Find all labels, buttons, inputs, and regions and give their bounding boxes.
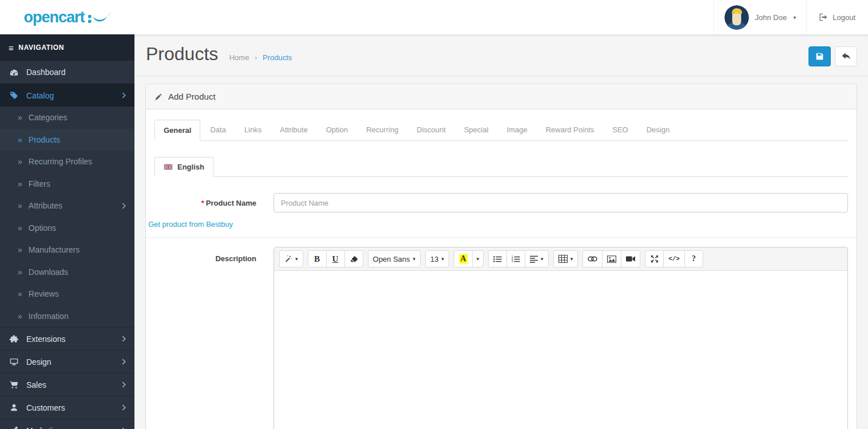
clear-format-button[interactable] <box>344 250 363 267</box>
format-group: B U <box>308 250 363 267</box>
sidebar-item-label: Catalog <box>26 91 54 100</box>
get-product-bestbuy-link[interactable]: Get product from Bestbuy <box>148 220 233 229</box>
link-icon <box>588 256 597 262</box>
tab-links[interactable]: Links <box>236 120 270 141</box>
tab-design[interactable]: Design <box>638 120 678 141</box>
breadcrumb-products[interactable]: Products <box>263 53 292 62</box>
sidebar-item-design[interactable]: Design <box>0 350 134 373</box>
sidebar-subitem-reviews[interactable]: » Reviews <box>0 283 134 305</box>
tab-recurring[interactable]: Recurring <box>358 120 407 141</box>
magic-style-button[interactable]: ▾ <box>279 250 303 267</box>
share-icon <box>9 426 19 429</box>
product-name-row: *Product Name <box>154 193 848 212</box>
sidebar-item-marketing[interactable]: Marketing <box>0 419 134 429</box>
top-header: opencart John Doe <box>0 0 868 34</box>
breadcrumb-home[interactable]: Home <box>229 53 249 62</box>
panel-heading: Add Product <box>146 84 857 109</box>
ordered-list-button[interactable]: 123 <box>506 250 525 267</box>
shopping-cart-icon <box>9 380 19 389</box>
chevron-right-icon <box>122 92 126 99</box>
undo-button[interactable] <box>835 46 857 66</box>
product-name-input[interactable] <box>274 193 848 212</box>
sidebar-item-sales[interactable]: Sales <box>0 373 134 396</box>
double-angle-icon: » <box>18 267 22 277</box>
page-title: Products <box>146 44 218 64</box>
sidebar-subitem-downloads[interactable]: » Downloads <box>0 261 134 284</box>
editor-content-area[interactable] <box>274 271 847 429</box>
caret-down-icon: ▾ <box>442 256 445 262</box>
table-dropdown[interactable]: ▾ <box>553 250 578 267</box>
tab-general[interactable]: General <box>154 120 200 141</box>
puzzle-icon <box>9 334 19 344</box>
required-marker: * <box>201 199 204 207</box>
sidebar-subitem-manufacturers[interactable]: » Manufacturers <box>0 239 134 261</box>
insert-video-button[interactable] <box>621 250 640 267</box>
product-name-label: *Product Name <box>154 193 274 212</box>
double-angle-icon: » <box>18 113 22 122</box>
double-angle-icon: » <box>18 289 22 298</box>
unordered-list-button[interactable] <box>488 250 507 267</box>
sidebar: ≡ NAVIGATION Dashboard Catalog <box>0 34 134 429</box>
tab-discount[interactable]: Discount <box>408 120 454 141</box>
underline-button[interactable]: U <box>326 250 345 267</box>
tab-english[interactable]: English <box>154 157 213 177</box>
caret-down-icon: ▾ <box>793 14 796 21</box>
rich-text-editor: ▾ B U <box>274 247 848 429</box>
sidebar-subitem-attributes[interactable]: » Attributes <box>0 195 134 217</box>
double-angle-icon: » <box>18 201 22 210</box>
sidebar-item-dashboard[interactable]: Dashboard <box>0 61 134 84</box>
tab-seo[interactable]: SEO <box>604 120 636 141</box>
double-angle-icon: » <box>18 157 22 166</box>
tab-attribute[interactable]: Attribute <box>271 120 316 141</box>
bullet-list-icon <box>493 255 502 263</box>
page-header: Products Home › Products <box>134 34 868 76</box>
tab-option[interactable]: Option <box>318 120 356 141</box>
opencart-logo[interactable]: opencart <box>0 0 134 34</box>
save-button[interactable] <box>808 46 831 66</box>
logo-text: opencart <box>23 9 84 26</box>
caret-down-icon: ▾ <box>541 256 544 262</box>
font-size-dropdown[interactable]: 13 ▾ <box>425 250 449 267</box>
logout-button[interactable]: Logout <box>806 0 868 34</box>
sidebar-subitem-label: Downloads <box>29 267 68 277</box>
uk-flag-icon <box>164 164 173 170</box>
tab-special[interactable]: Special <box>455 120 497 141</box>
sidebar-subitem-filters[interactable]: » Filters <box>0 173 134 195</box>
insert-image-button[interactable] <box>602 250 621 267</box>
sidebar-item-label: Marketing <box>26 426 61 429</box>
tab-image[interactable]: Image <box>498 120 536 141</box>
sidebar-subitem-label: Manufacturers <box>29 245 80 254</box>
insert-link-button[interactable] <box>582 250 603 267</box>
sidebar-subitem-label: Reviews <box>29 289 59 298</box>
user-menu[interactable]: John Doe ▾ <box>714 0 807 34</box>
sidebar-subitem-categories[interactable]: » Categories <box>0 107 134 129</box>
sidebar-item-extensions[interactable]: Extensions <box>0 327 134 350</box>
font-family-dropdown[interactable]: Open Sans ▾ <box>368 250 421 267</box>
help-button[interactable]: ? <box>684 250 703 267</box>
sidebar-menu: Dashboard Catalog » Categories » Prod <box>0 61 134 429</box>
paragraph-align-dropdown[interactable]: ▾ <box>525 250 549 267</box>
sidebar-item-catalog[interactable]: Catalog <box>0 84 134 107</box>
navigation-header: ≡ NAVIGATION <box>0 34 134 61</box>
font-color-dropdown[interactable]: ▾ <box>472 250 483 267</box>
font-color-button[interactable]: A <box>454 250 473 267</box>
tab-data[interactable]: Data <box>201 120 234 141</box>
fullscreen-arrows-icon <box>651 255 659 263</box>
panel-title: Add Product <box>168 92 216 101</box>
sidebar-subitem-products[interactable]: » Products <box>0 129 134 151</box>
avatar <box>724 5 749 30</box>
code-view-button[interactable]: </> <box>663 250 685 267</box>
tag-icon <box>9 90 19 100</box>
dashboard-icon <box>9 68 19 77</box>
sidebar-subitem-information[interactable]: » Information <box>0 305 134 328</box>
sidebar-subitem-recurring-profiles[interactable]: » Recurring Profiles <box>0 151 134 173</box>
fullscreen-button[interactable] <box>645 250 664 267</box>
user-icon <box>9 403 19 412</box>
sidebar-subitem-options[interactable]: » Options <box>0 217 134 239</box>
sidebar-item-customers[interactable]: Customers <box>0 396 134 419</box>
double-angle-icon: » <box>18 179 22 188</box>
chevron-right-icon <box>122 381 126 388</box>
bold-button[interactable]: B <box>308 250 327 267</box>
tab-reward-points[interactable]: Reward Points <box>537 120 603 141</box>
picture-icon <box>607 255 616 263</box>
